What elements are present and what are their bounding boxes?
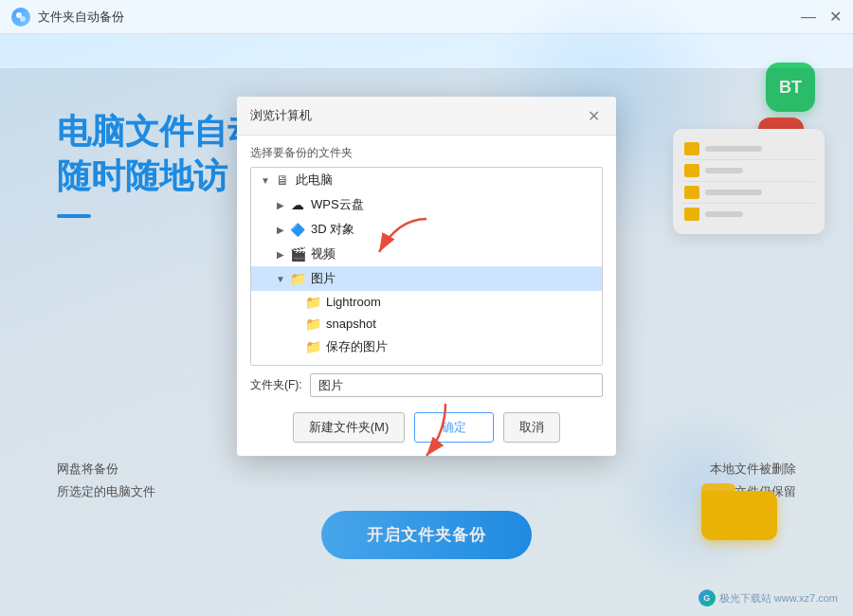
tree-label-wps: WPS云盘: [311, 196, 364, 213]
tree-label-snapshot: snapshot: [326, 317, 376, 331]
tree-label-saved-pictures: 保存的图片: [326, 338, 388, 355]
dialog-title: 浏览计算机: [250, 107, 312, 124]
snapshot-folder-icon: 📁: [304, 317, 321, 331]
dialog-titlebar: 浏览计算机 ✕: [237, 97, 616, 136]
app-icon: [11, 8, 30, 27]
tree-arrow-3d: ▶: [274, 223, 287, 236]
app-background: 电脑文件自动 随时随地访 网盘将备份 所选定的电脑文件 本地文件被删除 网盘文件…: [0, 34, 853, 616]
tree-item-3d[interactable]: ▶ 🔷 3D 对象: [251, 217, 602, 242]
close-button[interactable]: ✕: [828, 10, 842, 24]
file-folder-input[interactable]: [310, 373, 603, 397]
tree-label-video: 视频: [311, 245, 336, 263]
tree-arrow-video: ▶: [274, 247, 287, 261]
dialog-overlay: 浏览计算机 ✕ 选择要备份的文件夹 ▼ 🖥 此电脑 ▶ ☁ WPS云盘: [0, 68, 853, 616]
tree-item-computer[interactable]: ▼ 🖥 此电脑: [251, 168, 602, 192]
tree-item-lightroom[interactable]: ▶ 📁 Lightroom: [251, 291, 602, 313]
tree-arrow-pictures: ▼: [274, 272, 287, 285]
app-title: 文件夹自动备份: [38, 9, 124, 26]
dialog-subtitle: 选择要备份的文件夹: [237, 136, 616, 167]
tree-label-computer: 此电脑: [296, 172, 333, 189]
tree-arrow-computer: ▼: [259, 173, 272, 187]
cancel-button[interactable]: 取消: [503, 412, 560, 443]
folder-tree[interactable]: ▼ 🖥 此电脑 ▶ ☁ WPS云盘 ▶ 🔷 3D 对象: [250, 167, 603, 366]
tree-label-lightroom: Lightroom: [326, 295, 381, 309]
dialog-close-button[interactable]: ✕: [584, 106, 603, 125]
tree-arrow-wps: ▶: [274, 198, 287, 211]
tree-label-3d: 3D 对象: [311, 221, 354, 238]
dialog-buttons: 新建文件夹(M) 确定 取消: [237, 405, 616, 456]
new-folder-button[interactable]: 新建文件夹(M): [293, 412, 406, 443]
3d-icon: 🔷: [289, 223, 306, 236]
tree-item-local-photos[interactable]: ▶ 📁 本机照片: [251, 359, 602, 366]
browse-dialog: 浏览计算机 ✕ 选择要备份的文件夹 ▼ 🖥 此电脑 ▶ ☁ WPS云盘: [237, 97, 616, 456]
saved-pictures-folder-icon: 📁: [304, 340, 321, 353]
file-folder-label: 文件夹(F):: [250, 377, 302, 393]
tree-item-pictures[interactable]: ▼ 📁 图片: [251, 266, 602, 291]
tree-item-wps[interactable]: ▶ ☁ WPS云盘: [251, 192, 602, 217]
pictures-folder-icon: 📁: [289, 272, 306, 285]
title-bar: 文件夹自动备份 — ✕: [0, 0, 853, 34]
tree-item-video[interactable]: ▶ 🎬 视频: [251, 242, 602, 266]
minimize-button[interactable]: —: [802, 10, 815, 24]
svg-point-1: [20, 16, 26, 22]
confirm-button[interactable]: 确定: [414, 412, 494, 443]
tree-item-snapshot[interactable]: ▶ 📁 snapshot: [251, 313, 602, 335]
window-controls: — ✕: [802, 10, 842, 24]
file-folder-row: 文件夹(F):: [237, 366, 616, 405]
lightroom-folder-icon: 📁: [304, 296, 321, 309]
tree-label-pictures: 图片: [311, 270, 336, 287]
wps-icon: ☁: [289, 198, 306, 211]
tree-item-saved-pictures[interactable]: ▶ 📁 保存的图片: [251, 335, 602, 359]
computer-icon: 🖥: [274, 173, 291, 187]
video-icon: 🎬: [289, 247, 306, 261]
